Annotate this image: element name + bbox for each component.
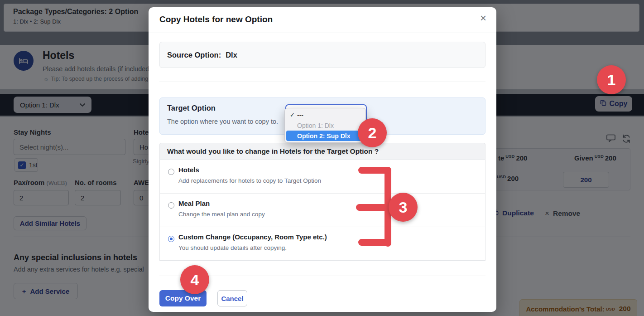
modal-title: Copy Hotels for new Option	[159, 15, 273, 24]
dropdown-item-none[interactable]: ✓ ---	[286, 110, 364, 120]
annotation-bracket-arm-middle	[356, 204, 391, 211]
radio-custom-change[interactable]	[168, 236, 174, 242]
step-badge-3: 3	[389, 193, 418, 222]
target-option-label: Target Option	[167, 104, 216, 112]
dropdown-item-option2-label: Option 2: Sup Dlx	[297, 132, 350, 140]
modal-header: Copy Hotels for new Option ×	[149, 7, 496, 33]
option-hotels-description: Add replacements for hotels to copy to T…	[178, 177, 321, 184]
step-badge-4: 4	[180, 265, 209, 294]
source-option-box: Source Option: Dlx	[159, 42, 485, 68]
source-option-label: Source Option:	[167, 51, 221, 59]
option-row-hotels[interactable]: Hotels Add replacements for hotels to co…	[160, 160, 485, 194]
annotation-bracket-arm-bottom	[358, 239, 391, 246]
radio-meal-plan[interactable]	[168, 202, 174, 209]
change-question-header: What would you like to change in Hotels …	[159, 143, 485, 160]
target-option-dropdown-menu: ✓ --- Option 1: Dlx Option 2: Sup Dlx	[284, 108, 366, 143]
change-options-list: Hotels Add replacements for hotels to co…	[159, 160, 485, 261]
option-custom-change-description: You should update details after copying.	[178, 244, 287, 251]
option-row-custom-change[interactable]: Custom Change (Occupancy, Room Type etc.…	[160, 227, 485, 261]
cancel-button[interactable]: Cancel	[217, 290, 247, 306]
dropdown-item-option2[interactable]: Option 2: Sup Dlx	[286, 131, 364, 141]
annotation-bracket-arm-top	[358, 167, 391, 174]
option-meal-plan-label: Meal Plan	[178, 199, 210, 207]
option-meal-plan-description: Change the meal plan and copy	[178, 211, 265, 218]
target-option-description: The option where you want to copy to.	[167, 118, 278, 125]
option-custom-change-label: Custom Change (Occupancy, Room Type etc.…	[178, 233, 327, 241]
dropdown-item-option1-label: Option 1: Dlx	[297, 122, 334, 129]
dropdown-item-option1[interactable]: Option 1: Dlx	[286, 120, 364, 131]
step-badge-2: 2	[358, 118, 387, 147]
source-option-value: Dlx	[226, 51, 237, 59]
option-hotels-label: Hotels	[178, 166, 199, 174]
check-icon: ✓	[290, 112, 297, 118]
option-row-meal-plan[interactable]: Meal Plan Change the meal plan and copy	[160, 194, 485, 227]
screen: Package Types/Categories: 2 Option 1: Dl…	[0, 0, 644, 316]
step-badge-1: 1	[597, 65, 626, 94]
close-icon[interactable]: ×	[480, 13, 486, 24]
modal-divider-top	[159, 82, 485, 82]
dropdown-item-none-label: ---	[297, 112, 303, 119]
radio-hotels[interactable]	[168, 169, 174, 175]
